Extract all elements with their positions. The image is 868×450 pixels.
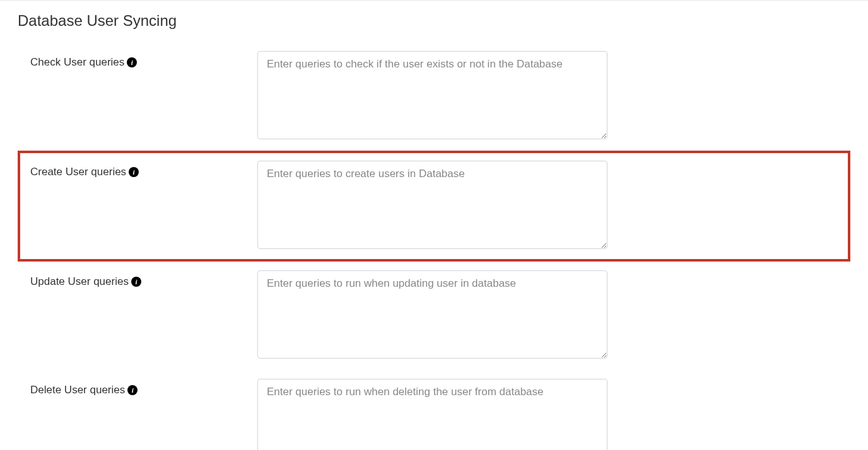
section-title: Database User Syncing [18, 12, 850, 30]
update-user-input-col [257, 270, 607, 361]
check-user-input-col [257, 51, 607, 142]
update-user-textarea[interactable] [257, 270, 607, 359]
delete-user-textarea[interactable] [257, 379, 607, 450]
info-icon[interactable]: i [131, 277, 141, 287]
delete-user-label: Delete User queries [30, 384, 125, 396]
check-user-label: Check User queries [30, 56, 124, 69]
delete-user-label-col: Delete User queries i [30, 379, 245, 396]
update-user-row: Update User queries i [18, 262, 850, 370]
create-user-textarea[interactable] [257, 161, 607, 249]
delete-user-row: Delete User queries i [18, 370, 850, 450]
update-user-label-col: Update User queries i [30, 270, 245, 288]
info-icon[interactable]: i [127, 57, 137, 67]
info-icon[interactable]: i [127, 385, 138, 395]
create-user-row: Create User queries i [18, 151, 850, 262]
update-user-label: Update User queries [30, 275, 129, 288]
delete-user-input-col [257, 379, 607, 450]
check-user-row: Check User queries i [18, 42, 850, 151]
settings-section: Database User Syncing Check User queries… [0, 1, 868, 450]
create-user-label: Create User queries [30, 166, 126, 178]
info-icon[interactable]: i [129, 167, 139, 177]
create-user-label-col: Create User queries i [30, 161, 245, 178]
check-user-textarea[interactable] [257, 51, 607, 139]
create-user-input-col [257, 161, 607, 251]
check-user-label-col: Check User queries i [30, 51, 245, 69]
